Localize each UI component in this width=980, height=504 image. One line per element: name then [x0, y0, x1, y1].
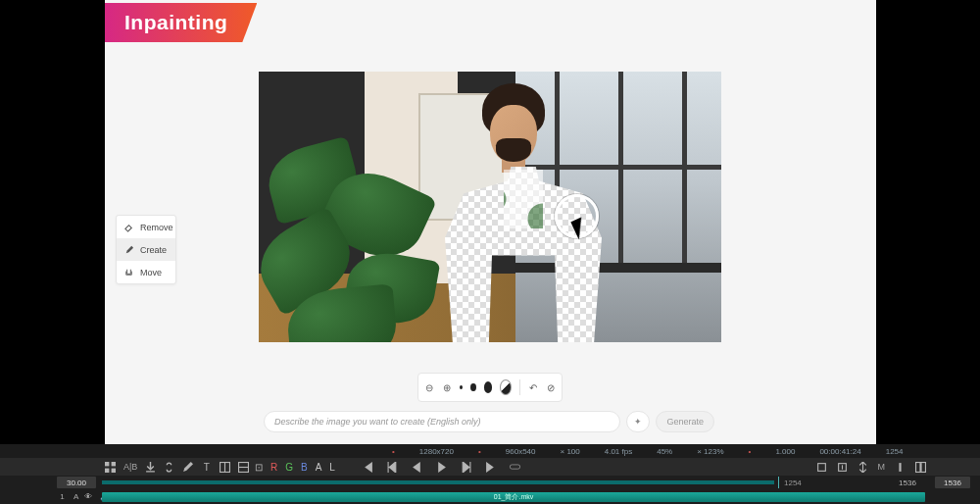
- info-res2: 960x540: [506, 447, 536, 456]
- timeline-playhead-frame: 1254: [784, 479, 802, 487]
- brush-size-toolbar: ⊖ ⊕ ↶ ⊘: [417, 373, 563, 402]
- prompt-input[interactable]: Describe the image you want to create (E…: [264, 411, 620, 432]
- svg-rect-2: [105, 468, 109, 472]
- timeline-track[interactable]: [102, 480, 774, 484]
- canvas-background: [259, 72, 721, 342]
- brush-plus-button[interactable]: ⊕: [442, 380, 452, 394]
- clip-filename: 01_简介.mkv: [494, 492, 533, 502]
- viewer-info-strip: • 1280x720 • 960x540 × 100 4.01 fps 45% …: [0, 444, 980, 458]
- download-icon[interactable]: [145, 462, 156, 473]
- marker-m-label[interactable]: M: [878, 462, 886, 472]
- channel-g[interactable]: G: [285, 462, 293, 473]
- prompt-row: Describe the image you want to create (E…: [264, 411, 714, 432]
- arrow-square-icon[interactable]: [837, 462, 848, 473]
- info-scale: × 123%: [697, 447, 723, 456]
- info-frame: 1254: [886, 447, 904, 456]
- last-frame-button[interactable]: [485, 462, 496, 473]
- grid-icon[interactable]: [105, 462, 116, 473]
- info-pct: 45%: [657, 447, 672, 456]
- hand-icon: [123, 267, 134, 277]
- brush-size-xs[interactable]: [460, 385, 463, 389]
- brush-icon: [123, 244, 134, 255]
- image-canvas[interactable]: [259, 72, 721, 342]
- eye-icon[interactable]: 👁: [84, 492, 94, 501]
- foliage: [259, 117, 455, 342]
- channel-r[interactable]: R: [270, 462, 277, 473]
- up-down-icon[interactable]: [858, 462, 868, 473]
- app-frame: Inpainting: [105, 0, 876, 444]
- track-index: 1: [57, 492, 68, 501]
- first-frame-button[interactable]: [363, 462, 373, 473]
- info-timecode: 00:00:41:24: [819, 447, 860, 456]
- page-title: Inpainting: [124, 11, 227, 33]
- info-res1: 1280x720: [419, 447, 454, 456]
- channel-toggles: ⊡ R G B A L: [255, 462, 335, 473]
- play-back-button[interactable]: [412, 462, 422, 473]
- svg-rect-13: [916, 462, 926, 472]
- tool-panel: Remove Create Move: [116, 215, 176, 284]
- channel-sep-icon: ⊡: [255, 462, 263, 473]
- crop-icon[interactable]: [816, 462, 827, 473]
- svg-rect-9: [817, 463, 825, 471]
- undo-button[interactable]: ↶: [528, 380, 538, 394]
- tool-create[interactable]: Create: [117, 238, 175, 261]
- brush-size-sm[interactable]: [470, 383, 476, 391]
- svg-rect-8: [510, 465, 519, 469]
- timeline-playhead[interactable]: [778, 477, 779, 488]
- tool-create-label: Create: [140, 245, 167, 255]
- tool-remove-label: Remove: [140, 223, 173, 232]
- timeline-end-preview: 1536: [890, 477, 925, 488]
- channel-l[interactable]: L: [329, 462, 335, 473]
- eraser-icon: [123, 222, 134, 232]
- layout2-icon[interactable]: [238, 462, 249, 473]
- ab-compare-label[interactable]: A|B: [123, 462, 137, 472]
- link-icon[interactable]: [164, 462, 174, 473]
- subject-person: [445, 74, 602, 342]
- clip-strip: 1 A 👁 🔊 Np 01_简介.mkv: [0, 489, 980, 504]
- clip-block[interactable]: 01_简介.mkv: [102, 492, 925, 502]
- info-gamma: 1.000: [775, 447, 795, 456]
- tool-move-label: Move: [140, 268, 162, 277]
- info-fps: 4.01 fps: [605, 447, 632, 456]
- pencil-icon[interactable]: [182, 462, 193, 473]
- timeline-time[interactable]: 30.00: [57, 477, 96, 488]
- prev-frame-button[interactable]: [387, 462, 398, 473]
- play-button[interactable]: [436, 462, 447, 473]
- bar1-icon[interactable]: [895, 462, 906, 473]
- playback-controls: [363, 462, 520, 473]
- generate-button[interactable]: Generate: [656, 411, 714, 432]
- info-zoom: × 100: [560, 447, 579, 456]
- magic-chip-button[interactable]: ✦: [626, 411, 650, 432]
- timeline-end-frame[interactable]: 1536: [935, 477, 970, 488]
- timeline[interactable]: 30.00 1254 1536 1536: [0, 476, 980, 489]
- brush-size-lg[interactable]: [500, 379, 512, 395]
- track-a-label[interactable]: A: [74, 492, 78, 501]
- brush-minus-button[interactable]: ⊖: [424, 380, 434, 394]
- brush-size-md[interactable]: [484, 381, 493, 393]
- title-banner: Inpainting: [105, 3, 257, 42]
- layout1-icon[interactable]: [220, 462, 230, 473]
- player-bar: A|B T ⊡ R G B A L M: [0, 458, 980, 476]
- svg-rect-1: [112, 462, 116, 466]
- text-icon[interactable]: T: [201, 462, 212, 473]
- channel-a[interactable]: A: [316, 462, 322, 473]
- svg-rect-0: [105, 462, 109, 466]
- svg-rect-3: [112, 468, 116, 472]
- tool-remove[interactable]: Remove: [117, 216, 175, 238]
- reset-button[interactable]: ⊘: [546, 380, 556, 394]
- loop-button[interactable]: [510, 462, 520, 473]
- fullscreen-icon[interactable]: [915, 462, 926, 473]
- next-frame-button[interactable]: [461, 462, 471, 473]
- tool-move[interactable]: Move: [117, 261, 175, 283]
- channel-b[interactable]: B: [301, 462, 308, 473]
